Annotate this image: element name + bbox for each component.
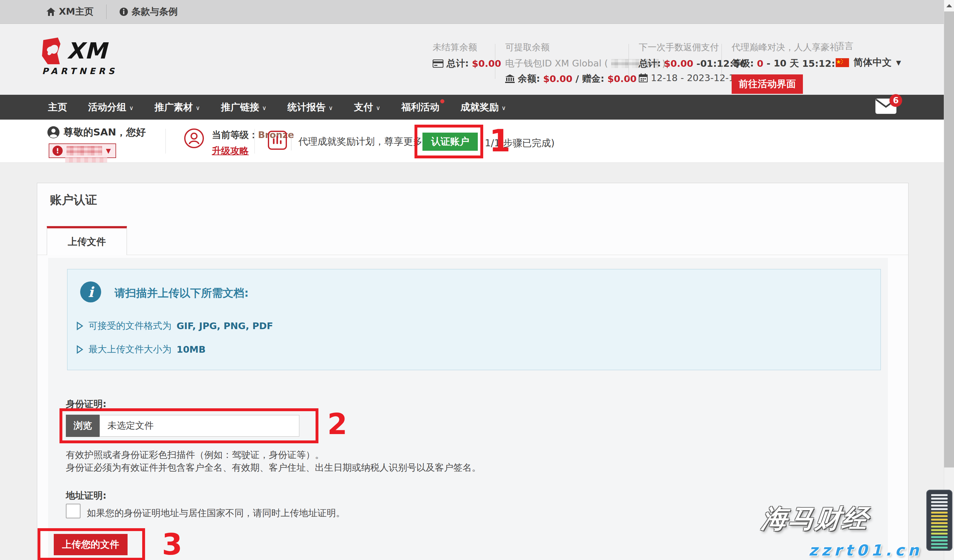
rebate-total-label: 总计:	[639, 57, 661, 70]
greeting-text: 尊敬的SAN，您好	[64, 126, 146, 139]
main-navigation: 主页 活动分组∨ 推广素材∨ 推广链接∨ 统计报告∨ 支付∨ 福利活动 成就奖励…	[0, 95, 954, 120]
bonus-value: $0.00	[608, 73, 637, 84]
language-label: 语言	[836, 40, 901, 52]
promo-level-label: 等级:	[732, 57, 754, 70]
unsettled-total-value: $0.00	[472, 58, 501, 69]
profile-circle-icon	[184, 128, 204, 148]
balance-separator: /	[575, 73, 579, 84]
nav-home[interactable]: 主页	[37, 95, 78, 120]
bank-icon	[505, 75, 515, 83]
rebate-date-range: 12-18 - 2023-12-18	[651, 73, 740, 83]
identity-note-1: 有效护照或者身份证彩色扫描件（例如：驾驶证，身份证等）。	[66, 449, 324, 461]
chevron-down-icon: ∨	[376, 104, 380, 111]
chevron-down-icon: ▼	[896, 59, 901, 67]
messages-button[interactable]: 6	[875, 99, 898, 117]
nav-benefits[interactable]: 福利活动	[391, 95, 450, 120]
next-rebate-label: 下一次手数返佣支付	[639, 41, 746, 53]
triangle-up-icon	[946, 4, 952, 7]
scrollbar-thumb[interactable]	[944, 11, 954, 467]
vertical-scrollbar	[944, 0, 954, 560]
unsettled-total-label: 总计:	[447, 57, 469, 70]
browse-button[interactable]: 浏览	[66, 415, 100, 437]
china-flag-icon	[836, 58, 849, 67]
info-bullet-size: 最大上传文件大小为 10MB	[76, 343, 206, 356]
info-title: 请扫描并上传以下所需文档:	[115, 286, 249, 300]
user-greeting: 尊敬的SAN，您好	[47, 126, 146, 139]
identity-note-2: 身份证必须为有效证件并包含客户全名、有效期、客户住址、出生日期或纳税人识别号以及…	[66, 461, 481, 474]
upload-your-files-button[interactable]: 上传您的文件	[54, 534, 128, 555]
chevron-down-icon: ∨	[329, 104, 333, 111]
avatar-icon	[47, 126, 60, 138]
promo-section: 代理巅峰对决，人人享豪礼 等级: 0 - 10 天 15:12:56 前往活动界…	[732, 41, 848, 94]
upgrade-guide-link[interactable]: 升级攻略	[212, 145, 249, 157]
triangle-bullet-icon	[76, 322, 83, 330]
watermark-site-url: zzrt01.cn	[809, 541, 923, 559]
header-divider-2	[628, 44, 629, 79]
warning-icon: !	[53, 146, 63, 156]
home-icon	[46, 7, 56, 16]
address-proof-checkbox-label: 如果您的身份证明地址与居住国家不同，请同时上传地址证明。	[87, 507, 345, 520]
account-id-redacted	[67, 146, 102, 156]
calendar-icon	[639, 73, 648, 82]
info-box: i 请扫描并上传以下所需文档: 可接受的文件格式为 GIF, JPG, PNG,…	[67, 269, 881, 370]
bar-chart-icon	[268, 131, 287, 150]
rebate-total-value: $0.00	[664, 58, 694, 69]
verify-account-button[interactable]: 认证账户	[422, 132, 478, 151]
wallet-id-prefix: 电子钱包ID XM Global (	[505, 57, 608, 70]
userbar-divider-1	[165, 129, 166, 154]
nav-promo-materials[interactable]: 推广素材∨	[144, 95, 210, 120]
top-utility-bar: XM主页 条款与条例	[0, 0, 954, 24]
info-bullet-formats: 可接受的文件格式为 GIF, JPG, PNG, PDF	[76, 320, 273, 332]
tab-upload-documents[interactable]: 上传文件	[47, 226, 127, 255]
chevron-down-icon: ∨	[502, 104, 506, 111]
nav-achievements[interactable]: 成就奖励∨	[450, 95, 517, 120]
identity-file-input-row: 浏览 未选定文件	[66, 415, 299, 437]
annotation-number-3: 3	[162, 530, 182, 559]
xm-home-label: XM主页	[59, 5, 94, 18]
terms-link[interactable]: 条款与条例	[119, 5, 178, 18]
nav-statistics-reports[interactable]: 统计报告∨	[277, 95, 344, 120]
info-icon	[119, 7, 128, 16]
annotation-number-2: 2	[327, 410, 348, 439]
balance-label: 余额:	[518, 73, 540, 85]
identity-proof-label: 身份证明:	[66, 398, 106, 411]
xm-partners-logo[interactable]: XM PARTNERS	[41, 36, 117, 76]
goto-activity-button[interactable]: 前往活动界面	[732, 75, 803, 94]
userbar-divider-3	[291, 132, 292, 151]
language-value: 简体中文	[853, 56, 892, 69]
page-title: 账户认证	[50, 192, 97, 208]
header-divider-1	[495, 44, 495, 79]
nav-activity-groups[interactable]: 活动分组∨	[78, 95, 144, 120]
nav-promo-links[interactable]: 推广链接∨	[210, 95, 277, 120]
unsettled-balance-section: 未结算余额 总计: $0.00	[433, 41, 501, 70]
promo-days: - 10 天	[767, 57, 799, 70]
upload-panel: i 请扫描并上传以下所需文档: 可接受的文件格式为 GIF, JPG, PNG,…	[48, 258, 888, 560]
language-selector[interactable]: 简体中文 ▼	[836, 56, 901, 69]
address-proof-checkbox[interactable]	[66, 504, 81, 518]
watermark-meter-graphic	[926, 490, 952, 551]
logo-partners-text: PARTNERS	[42, 66, 117, 76]
chevron-down-icon: ∨	[262, 104, 267, 111]
file-input[interactable]: 未选定文件	[100, 415, 299, 437]
bonus-label: 赠金:	[582, 73, 605, 85]
unsettled-label: 未结算余额	[433, 41, 501, 53]
promo-label: 代理巅峰对决，人人享豪礼	[732, 41, 848, 53]
chevron-down-icon: ∨	[129, 104, 134, 111]
chevron-down-icon: ▼	[106, 147, 111, 154]
logo-xm-text: XM	[67, 40, 108, 62]
scrollbar-up-button[interactable]	[944, 0, 954, 11]
user-bar: 尊敬的SAN，您好 ! ▼ 当前等级：Bronze 升级攻略 代理成就奖励计划，…	[0, 120, 954, 163]
xm-home-link[interactable]: XM主页	[46, 5, 94, 18]
tab-row-divider	[37, 255, 908, 255]
address-proof-label: 地址证明:	[66, 489, 106, 502]
unread-count-badge: 6	[889, 94, 902, 107]
header-divider-3	[722, 44, 722, 79]
account-dropdown[interactable]: ! ▼	[49, 143, 116, 158]
next-rebate-section: 下一次手数返佣支付 总计: $0.00 -01:12:56 12-18 - 20…	[639, 41, 746, 83]
level-label: 当前等级：	[212, 129, 258, 140]
balance-value: $0.00	[543, 73, 573, 84]
info-circle-icon: i	[80, 282, 101, 302]
promo-level-value: 0	[757, 58, 764, 69]
nav-payments[interactable]: 支付∨	[344, 95, 391, 120]
header: XM PARTNERS 未结算余额 总计: $0.00 可提取余额 电子钱包ID…	[0, 24, 954, 95]
